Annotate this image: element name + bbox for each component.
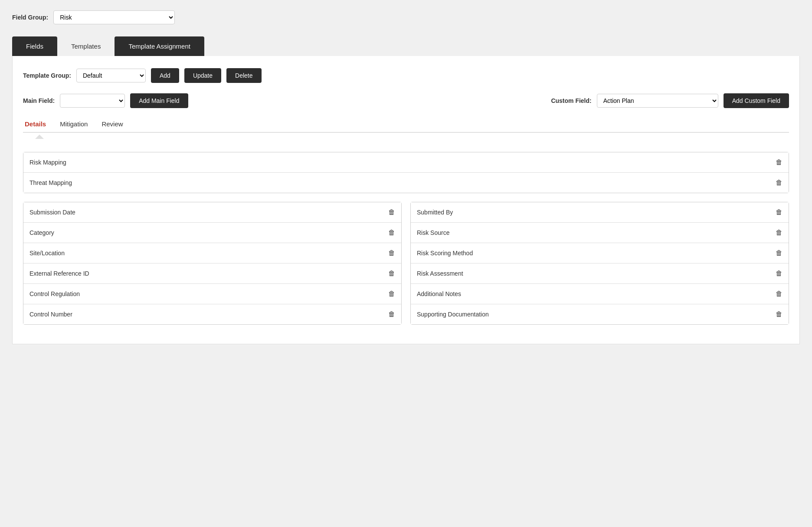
delete-category-icon[interactable]: 🗑 [388, 229, 395, 237]
field-card-threat-mapping: Threat Mapping 🗑 [23, 173, 789, 193]
field-card-site-location: Site/Location 🗑 [23, 243, 401, 264]
field-group-label: Field Group: [12, 14, 48, 21]
delete-risk-source-icon[interactable]: 🗑 [776, 229, 783, 237]
field-card-risk-scoring-method: Risk Scoring Method 🗑 [411, 243, 789, 264]
content-panel: Template Group: Default Custom Add Updat… [12, 56, 800, 344]
field-card-control-number: Control Number 🗑 [23, 304, 401, 324]
field-card-risk-mapping: Risk Mapping 🗑 [23, 152, 789, 173]
delete-control-regulation-icon[interactable]: 🗑 [388, 290, 395, 298]
field-group-row: Field Group: Risk Compliance Audit [12, 10, 800, 24]
sub-tab-details[interactable]: Details [23, 117, 48, 132]
add-main-field-button[interactable]: Add Main Field [130, 93, 188, 108]
tabs-row: Fields Templates Template Assignment [12, 36, 800, 56]
field-card-submission-date: Submission Date 🗑 [23, 202, 401, 223]
field-card-name: Risk Mapping [29, 159, 66, 166]
sub-tab-review[interactable]: Review [100, 117, 124, 132]
delete-submission-date-icon[interactable]: 🗑 [388, 208, 395, 216]
custom-field-group: Custom Field: Action Plan Risk Source Su… [551, 93, 789, 108]
add-button[interactable]: Add [151, 68, 179, 83]
add-custom-field-button[interactable]: Add Custom Field [724, 93, 789, 108]
page-wrapper: Field Group: Risk Compliance Audit Field… [0, 0, 812, 527]
template-group-select[interactable]: Default Custom [76, 69, 146, 82]
right-col-container: Submitted By 🗑 Risk Source 🗑 Risk Scorin… [410, 202, 789, 325]
field-card-additional-notes: Additional Notes 🗑 [411, 284, 789, 304]
delete-control-number-icon[interactable]: 🗑 [388, 310, 395, 318]
custom-field-select[interactable]: Action Plan Risk Source Submitted By [597, 94, 718, 108]
delete-supporting-doc-icon[interactable]: 🗑 [776, 310, 783, 318]
sub-tab-mitigation[interactable]: Mitigation [58, 117, 89, 132]
field-card-control-regulation: Control Regulation 🗑 [23, 284, 401, 304]
delete-external-ref-icon[interactable]: 🗑 [388, 270, 395, 277]
delete-threat-mapping-icon[interactable]: 🗑 [776, 179, 783, 187]
left-col-container: Submission Date 🗑 Category 🗑 Site/Locati… [23, 202, 402, 325]
field-card-risk-source: Risk Source 🗑 [411, 223, 789, 243]
template-group-label: Template Group: [23, 72, 71, 79]
main-field-select[interactable] [60, 94, 125, 108]
tab-fields[interactable]: Fields [12, 36, 57, 56]
full-width-cards-container: Risk Mapping 🗑 Threat Mapping 🗑 [23, 152, 789, 193]
fields-config-row: Main Field: Add Main Field Custom Field:… [23, 93, 789, 108]
template-group-row: Template Group: Default Custom Add Updat… [23, 68, 789, 83]
field-card-category: Category 🗑 [23, 223, 401, 243]
field-card-risk-assessment: Risk Assessment 🗑 [411, 264, 789, 284]
tab-indicator-arrow [35, 135, 44, 139]
delete-risk-mapping-icon[interactable]: 🗑 [776, 158, 783, 166]
sub-tabs-row: Details Mitigation Review [23, 117, 789, 133]
delete-risk-scoring-method-icon[interactable]: 🗑 [776, 249, 783, 257]
field-cards-area: Risk Mapping 🗑 Threat Mapping 🗑 Submissi… [23, 145, 789, 332]
two-col-grid: Submission Date 🗑 Category 🗑 Site/Locati… [23, 202, 789, 325]
field-card-submitted-by: Submitted By 🗑 [411, 202, 789, 223]
field-group-select[interactable]: Risk Compliance Audit [53, 10, 175, 24]
field-card-supporting-documentation: Supporting Documentation 🗑 [411, 304, 789, 324]
delete-button[interactable]: Delete [226, 68, 261, 83]
update-button[interactable]: Update [184, 68, 221, 83]
tab-template-assignment[interactable]: Template Assignment [115, 36, 204, 56]
field-card-external-reference-id: External Reference ID 🗑 [23, 264, 401, 284]
field-card-name: Threat Mapping [29, 179, 72, 186]
custom-field-label: Custom Field: [551, 97, 591, 104]
main-field-label: Main Field: [23, 97, 55, 104]
delete-site-location-icon[interactable]: 🗑 [388, 249, 395, 257]
delete-risk-assessment-icon[interactable]: 🗑 [776, 270, 783, 277]
tab-templates[interactable]: Templates [57, 36, 115, 56]
delete-submitted-by-icon[interactable]: 🗑 [776, 208, 783, 216]
delete-additional-notes-icon[interactable]: 🗑 [776, 290, 783, 298]
